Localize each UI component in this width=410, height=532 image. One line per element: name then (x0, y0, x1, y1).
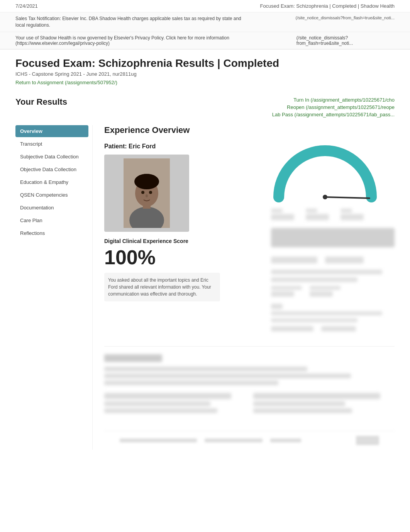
pagination (356, 436, 379, 445)
page-title: Focused Exam: Schizophrenia Results | Co… (15, 57, 395, 70)
sidebar-item-transcript[interactable]: Transcript (15, 138, 88, 150)
lower-section (104, 346, 395, 415)
svg-point-8 (146, 194, 148, 197)
sidebar-item-objective[interactable]: Objective Data Collection (15, 163, 88, 175)
notice-link-2[interactable]: (/site_notice_dismissals?from_flash=true… (296, 35, 395, 46)
patient-name: Patient: Eric Ford (104, 143, 259, 150)
notice-bar-2: Your use of Shadow Health is now governe… (0, 32, 410, 49)
page-tab-title: Focused Exam: Schizophrenia | Completed … (260, 3, 395, 9)
score-value: 100% (104, 246, 259, 269)
main-layout: Overview Transcript Subjective Data Coll… (15, 125, 395, 450)
sidebar-item-reflections[interactable]: Reflections (15, 227, 88, 239)
svg-line-9 (325, 197, 369, 198)
svg-point-5 (136, 174, 158, 185)
reopen-button[interactable]: Reopen (/assignment_attempts/10225671/re… (287, 104, 395, 110)
sidebar-item-qsen[interactable]: QSEN Competencies (15, 189, 88, 201)
sidebar-item-education[interactable]: Education & Empathy (15, 176, 88, 188)
results-header: Your Results Turn In (/assignment_attemp… (15, 97, 395, 117)
page-subtitle: ICHS - Capstone Spring 2021 - June 2021,… (15, 71, 395, 77)
score-description: You asked about all the important topics… (104, 273, 220, 301)
main-header: Focused Exam: Schizophrenia Results | Co… (0, 49, 410, 89)
content-wrapper: Your Results Turn In (/assignment_attemp… (0, 89, 410, 457)
patient-right (271, 143, 395, 335)
results-title: Your Results (15, 97, 67, 107)
svg-point-6 (141, 191, 144, 194)
patient-section: Patient: Eric Ford (104, 143, 395, 335)
date-label: 7/24/2021 (15, 3, 38, 9)
notice-bar-1: Sales Tax Notification: Elsevier Inc. DB… (0, 12, 410, 32)
lab-pass-button[interactable]: Lab Pass (/assignment_attempts/10225671/… (272, 112, 395, 117)
score-label: Digital Clinical Experience Score (104, 238, 259, 244)
lower-blurred-content (104, 354, 395, 415)
sidebar-item-subjective[interactable]: Subjective Data Collection (15, 151, 88, 163)
main-content: Experience Overview Patient: Eric Ford (93, 125, 395, 450)
action-buttons: Turn In (/assignment_attempts/10225671/c… (272, 97, 395, 117)
right-panel-blurred (271, 209, 395, 335)
bottom-bar-inner (120, 439, 301, 442)
top-bar: 7/24/2021 Focused Exam: Schizophrenia | … (0, 0, 410, 12)
notice-link-1[interactable]: (/site_notice_dismissals?from_flash=true… (296, 15, 395, 20)
sidebar: Overview Transcript Subjective Data Coll… (15, 125, 93, 450)
svg-point-10 (323, 195, 327, 199)
experience-overview-title: Experience Overview (104, 125, 395, 135)
score-description-text: You asked about all the important topics… (108, 277, 211, 297)
notice-text-2: Your use of Shadow Health is now governe… (15, 35, 296, 46)
return-to-assignment-link[interactable]: Return to Assignment (/assignments/50795… (15, 80, 117, 85)
patient-photo (104, 155, 189, 232)
sidebar-item-careplan[interactable]: Care Plan (15, 214, 88, 226)
turn-in-button[interactable]: Turn In (/assignment_attempts/10225671/c… (293, 97, 395, 103)
patient-left: Patient: Eric Ford (104, 143, 259, 335)
bottom-bar (104, 431, 395, 450)
svg-point-7 (149, 191, 152, 194)
sidebar-item-documentation[interactable]: Documentation (15, 202, 88, 214)
sidebar-item-overview[interactable]: Overview (15, 125, 88, 137)
notice-text-1: Sales Tax Notification: Elsevier Inc. DB… (15, 15, 247, 29)
gauge-chart (271, 143, 379, 205)
